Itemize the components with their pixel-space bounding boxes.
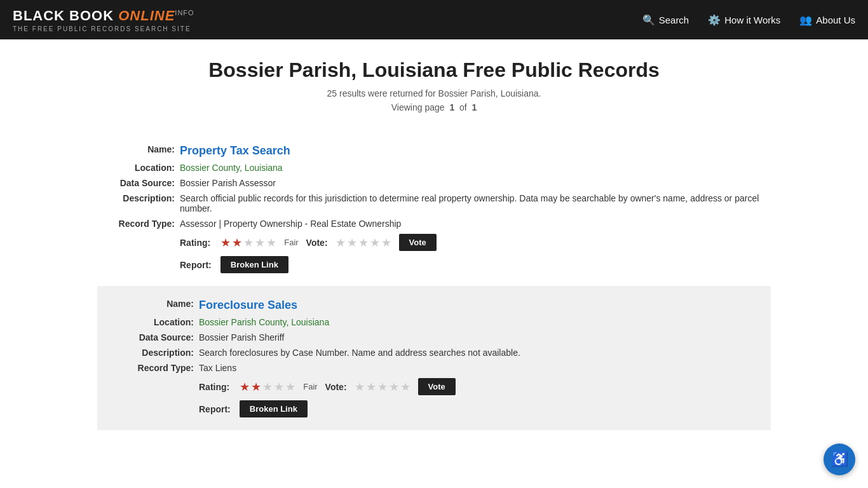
nav-about-us-label: About Us: [816, 15, 855, 25]
site-header: BLACK BOOK ONLINEINFO THE FREE PUBLIC RE…: [0, 0, 868, 39]
star-2-3: ★: [262, 380, 273, 394]
page-current: 1: [449, 102, 454, 112]
logo-info: INFO: [175, 8, 194, 16]
datasource-label: Data Source:: [97, 178, 180, 188]
star-2-5: ★: [285, 380, 295, 394]
logo-text: BLACK BOOK ONLINEINFO: [13, 8, 194, 24]
main-nav: 🔍 Search ⚙️ How it Works 👥 About Us: [642, 14, 855, 26]
star-1-5: ★: [266, 236, 276, 250]
record-type-row: Record Type: Assessor | Property Ownersh…: [97, 219, 771, 229]
star-1-1: ★: [220, 236, 231, 250]
record-description-row-2: Description: Search foreclosures by Case…: [116, 348, 752, 358]
record-name-link-2[interactable]: Foreclosure Sales: [199, 299, 297, 311]
vote-stars-2[interactable]: ★ ★ ★ ★ ★: [355, 380, 410, 394]
logo-black: BLACK: [13, 8, 69, 24]
viewing-page-text: Viewing page: [391, 102, 445, 112]
logo: BLACK BOOK ONLINEINFO THE FREE PUBLIC RE…: [13, 8, 194, 32]
vote-star-2-2[interactable]: ★: [366, 380, 376, 394]
record-card-2: Name: Foreclosure Sales Location: Bossie…: [97, 286, 771, 430]
rating-stars-1: ★ ★ ★ ★ ★: [220, 236, 276, 250]
record-report-row-2: Report: Broken Link: [116, 400, 752, 417]
vote-star-1-2[interactable]: ★: [347, 236, 357, 250]
record-datasource-row-2: Data Source: Bossier Parish Sheriff: [116, 332, 752, 342]
star-2-1: ★: [240, 380, 250, 394]
rating-text-1: Fair: [284, 238, 298, 247]
location-link-2[interactable]: Bossier Parish County, Louisiana: [199, 317, 329, 327]
report-label-1: Report:: [180, 260, 212, 270]
vote-star-1-1[interactable]: ★: [336, 236, 346, 250]
vote-star-2-5[interactable]: ★: [400, 380, 410, 394]
record-location-row-2: Location: Bossier Parish County, Louisia…: [116, 317, 752, 327]
record-name-value: Property Tax Search: [180, 144, 771, 158]
location-link-1[interactable]: Bossier County, Louisiana: [180, 163, 283, 173]
record-report-row-1: Report: Broken Link: [97, 256, 771, 273]
nav-search-label: Search: [659, 15, 689, 25]
nav-about-us[interactable]: 👥 About Us: [799, 14, 855, 26]
record-name-row: Name: Property Tax Search: [97, 144, 771, 158]
name-label: Name:: [97, 144, 180, 154]
results-summary: 25 results were returned for Bossier Par…: [97, 88, 771, 98]
record-rating-row-2: Rating: ★ ★ ★ ★ ★ Fair Vote: ★ ★ ★ ★ ★ V…: [116, 378, 752, 395]
page-total: 1: [471, 102, 477, 112]
record-card-1: Name: Property Tax Search Location: Boss…: [97, 132, 771, 286]
vote-button-1[interactable]: Vote: [399, 234, 437, 251]
record-description-value-1: Search official public records for this …: [180, 193, 771, 214]
record-type-label-2: Record Type:: [116, 363, 199, 373]
record-location-row: Location: Bossier County, Louisiana: [97, 163, 771, 173]
star-2-2: ★: [251, 380, 261, 394]
record-location-value: Bossier County, Louisiana: [180, 163, 771, 173]
record-type-value-1: Assessor | Property Ownership - Real Est…: [180, 219, 771, 229]
vote-star-2-3[interactable]: ★: [377, 380, 388, 394]
broken-link-button-1[interactable]: Broken Link: [220, 256, 288, 273]
vote-star-1-4[interactable]: ★: [370, 236, 380, 250]
gear-icon: ⚙️: [708, 14, 721, 26]
nav-how-it-works[interactable]: ⚙️ How it Works: [708, 14, 780, 26]
record-type-value-2: Tax Liens: [199, 363, 752, 373]
vote-star-1-5[interactable]: ★: [381, 236, 391, 250]
viewing-page: Viewing page 1 of 1: [97, 102, 771, 112]
vote-stars-1[interactable]: ★ ★ ★ ★ ★: [336, 236, 391, 250]
description-label: Description:: [97, 193, 180, 203]
star-1-4: ★: [255, 236, 265, 250]
vote-star-1-3[interactable]: ★: [358, 236, 369, 250]
vote-star-2-1[interactable]: ★: [355, 380, 365, 394]
record-datasource-value-2: Bossier Parish Sheriff: [199, 332, 752, 342]
location-label-2: Location:: [116, 317, 199, 327]
record-name-value-2: Foreclosure Sales: [199, 299, 752, 312]
record-description-value-2: Search foreclosures by Case Number. Name…: [199, 348, 752, 358]
record-datasource-value-1: Bossier Parish Assessor: [180, 178, 771, 188]
broken-link-button-2[interactable]: Broken Link: [240, 400, 308, 417]
people-icon: 👥: [799, 14, 812, 26]
page-title: Bossier Parish, Louisiana Free Public Re…: [97, 58, 771, 82]
name-label-2: Name:: [116, 299, 199, 309]
vote-button-2[interactable]: Vote: [418, 378, 456, 395]
rating-stars-2: ★ ★ ★ ★ ★: [240, 380, 295, 394]
record-rating-row-1: Rating: ★ ★ ★ ★ ★ Fair Vote: ★ ★ ★ ★ ★ V…: [97, 234, 771, 251]
datasource-label-2: Data Source:: [116, 332, 199, 342]
record-type-label: Record Type:: [97, 219, 180, 229]
rating-label-1: Rating:: [180, 238, 210, 248]
record-name-link-1[interactable]: Property Tax Search: [180, 144, 290, 157]
record-name-row-2: Name: Foreclosure Sales: [116, 299, 752, 312]
vote-label-2: Vote:: [325, 382, 347, 392]
record-datasource-row: Data Source: Bossier Parish Assessor: [97, 178, 771, 188]
nav-search[interactable]: 🔍 Search: [642, 14, 689, 26]
rating-label-2: Rating:: [199, 382, 229, 392]
location-label: Location:: [97, 163, 180, 173]
rating-text-2: Fair: [303, 382, 317, 391]
logo-book: BOOK: [69, 8, 118, 24]
search-icon: 🔍: [642, 14, 655, 26]
logo-online: ONLINE: [118, 8, 175, 24]
star-2-4: ★: [274, 380, 284, 394]
record-description-row: Description: Search official public reco…: [97, 193, 771, 214]
nav-how-it-works-label: How it Works: [724, 15, 780, 25]
vote-star-2-4[interactable]: ★: [389, 380, 399, 394]
logo-tagline: THE FREE PUBLIC RECORDS SEARCH SITE: [13, 25, 194, 32]
vote-label-1: Vote:: [306, 238, 328, 248]
record-type-row-2: Record Type: Tax Liens: [116, 363, 752, 373]
report-label-2: Report:: [199, 404, 231, 414]
page-of: of: [459, 102, 467, 112]
main-content: Bossier Parish, Louisiana Free Public Re…: [85, 39, 783, 449]
description-label-2: Description:: [116, 348, 199, 358]
accessibility-button[interactable]: ♿: [824, 444, 855, 449]
